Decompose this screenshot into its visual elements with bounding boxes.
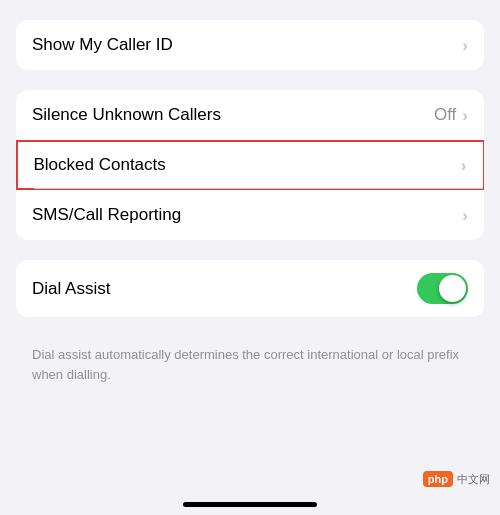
- dial-assist-right: [417, 273, 468, 304]
- blocked-contacts-right: ›: [461, 157, 467, 174]
- show-caller-id-right: ›: [462, 37, 468, 54]
- watermark-badge: php: [423, 471, 453, 487]
- dial-assist-row[interactable]: Dial Assist: [16, 260, 484, 317]
- blocked-contacts-label: Blocked Contacts: [34, 155, 166, 175]
- silence-unknown-value: Off: [434, 105, 456, 125]
- watermark: php 中文网: [423, 471, 490, 487]
- watermark-text: 中文网: [457, 472, 490, 487]
- callers-group: Silence Unknown Callers Off › Blocked Co…: [16, 90, 484, 240]
- sms-call-row[interactable]: SMS/Call Reporting ›: [16, 190, 484, 240]
- blocked-contacts-row[interactable]: Blocked Contacts ›: [16, 140, 484, 190]
- dial-assist-group: Dial Assist: [16, 260, 484, 317]
- silence-unknown-row[interactable]: Silence Unknown Callers Off ›: [16, 90, 484, 140]
- sms-call-right: ›: [462, 207, 468, 224]
- show-caller-id-chevron: ›: [462, 37, 468, 54]
- silence-unknown-chevron: ›: [462, 107, 468, 124]
- dial-assist-description: Dial assist automatically determines the…: [16, 337, 484, 384]
- dial-assist-label: Dial Assist: [32, 279, 110, 299]
- caller-id-group: Show My Caller ID ›: [16, 20, 484, 70]
- dial-assist-toggle[interactable]: [417, 273, 468, 304]
- show-caller-id-label: Show My Caller ID: [32, 35, 173, 55]
- show-caller-id-row[interactable]: Show My Caller ID ›: [16, 20, 484, 70]
- toggle-thumb: [439, 275, 466, 302]
- silence-unknown-right: Off ›: [434, 105, 468, 125]
- home-indicator: [183, 502, 317, 507]
- silence-unknown-label: Silence Unknown Callers: [32, 105, 221, 125]
- sms-call-chevron: ›: [462, 207, 468, 224]
- blocked-contacts-chevron: ›: [461, 157, 467, 174]
- sms-call-label: SMS/Call Reporting: [32, 205, 181, 225]
- settings-container: Show My Caller ID › Silence Unknown Call…: [0, 0, 500, 384]
